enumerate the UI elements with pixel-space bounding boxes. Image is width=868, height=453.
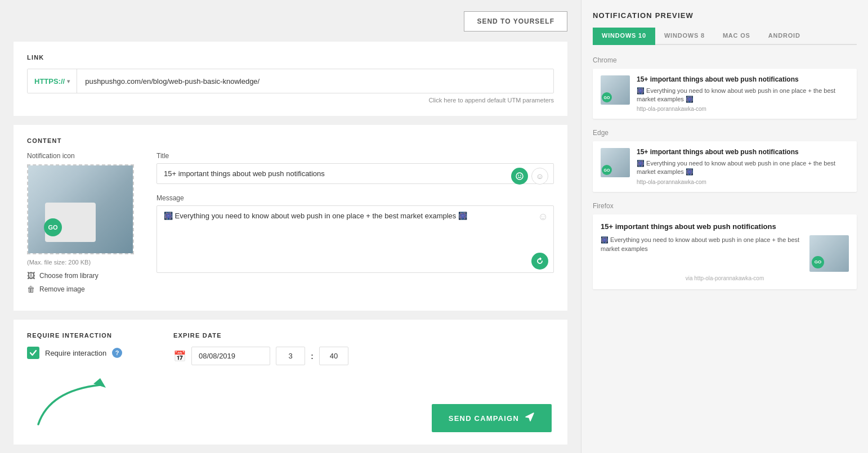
title-field-group: Title (156, 152, 554, 184)
chevron-down-icon: ▾ (67, 78, 70, 84)
message-refresh-btn[interactable] (531, 253, 548, 270)
edge-notif-img: GO (601, 148, 630, 177)
message-textarea[interactable]: 🎆 Everything you need to know about web … (156, 205, 554, 273)
message-field-group: Message 🎆 Everything you need to know ab… (156, 194, 554, 275)
fields-column: Title (156, 152, 554, 298)
protocol-label: HTTPS:// (34, 77, 65, 86)
content-section: CONTENT Notification icon GO (Max. file … (14, 125, 567, 311)
message-label: Message (156, 194, 554, 202)
svg-point-1 (518, 175, 519, 176)
edge-notification-card: GO 15+ important things about web push n… (593, 141, 857, 191)
checkbox-row: Require interaction ? (27, 347, 151, 359)
utm-hint[interactable]: Click here to append default UTM paramet… (27, 97, 554, 104)
send-campaign-area: SEND CAMPAIGN (432, 404, 554, 432)
os-tabs: WINDOWS 10 WINDOWS 8 MAC OS ANDROID (593, 28, 857, 45)
time-colon: : (311, 351, 314, 361)
message-emoji-icon[interactable]: ☺ (538, 211, 548, 222)
edge-section: Edge GO 15+ important things about web p… (593, 129, 857, 191)
require-interaction-checkbox[interactable] (27, 347, 39, 359)
chrome-notification-card: GO 15+ important things about web push n… (593, 69, 857, 119)
preview-panel-title: NOTIFICATION PREVIEW (593, 11, 857, 20)
firefox-notif-title: 15+ important things about web push noti… (601, 222, 849, 231)
icon-upload-area[interactable]: GO (27, 164, 134, 254)
firefox-label: Firefox (593, 202, 857, 210)
firefox-go-badge: GO (812, 256, 824, 268)
title-icon-buttons: ☺ (511, 168, 548, 185)
chrome-notif-img: GO (601, 75, 630, 105)
chrome-label: Chrome (593, 56, 857, 64)
image-icon: 🖼 (27, 271, 35, 280)
preview-panel: NOTIFICATION PREVIEW WINDOWS 10 WINDOWS … (581, 0, 868, 453)
send-icon (525, 412, 535, 424)
expire-date-row: 📅 : (173, 347, 409, 365)
arrow-illustration (27, 368, 128, 430)
send-campaign-label: SEND CAMPAIGN (449, 414, 519, 423)
bottom-section: REQUIRE INTERACTION Require interaction … (14, 320, 567, 445)
send-campaign-button[interactable]: SEND CAMPAIGN (432, 404, 552, 432)
title-input[interactable] (156, 163, 554, 184)
content-section-label: CONTENT (27, 137, 554, 144)
svg-point-2 (520, 175, 521, 176)
minute-input[interactable] (319, 347, 348, 365)
link-row: HTTPS:// ▾ (27, 69, 554, 93)
edge-notif-body: 🎆 Everything you need to know about web … (637, 159, 849, 177)
chrome-go-badge: GO (602, 92, 612, 102)
title-emoji-btn[interactable]: ☺ (531, 168, 548, 185)
edge-notif-url: http-ola-porannakawka-com (637, 179, 849, 185)
link-section: LINK HTTPS:// ▾ Click here to append def… (14, 42, 567, 116)
tab-windows8[interactable]: WINDOWS 8 (655, 28, 714, 45)
expire-date-label: EXPIRE DATE (173, 332, 409, 339)
go-badge: GO (44, 218, 62, 236)
require-interaction-col: REQUIRE INTERACTION Require interaction … (27, 332, 151, 432)
firefox-section: Firefox 15+ important things about web p… (593, 202, 857, 289)
tab-android[interactable]: ANDROID (759, 28, 809, 45)
message-input-wrap: 🎆 Everything you need to know about web … (156, 205, 554, 275)
title-input-wrap: ☺ (156, 163, 554, 184)
remove-image-label: Remove image (39, 285, 85, 293)
edge-notif-content: 15+ important things about web push noti… (637, 148, 849, 185)
firefox-notif-img: GO (809, 235, 849, 272)
remove-image-button[interactable]: 🗑 Remove image (27, 285, 140, 294)
chrome-notif-body: 🎆 Everything you need to know about web … (637, 87, 849, 104)
protocol-select[interactable]: HTTPS:// ▾ (28, 69, 77, 93)
choose-library-label: Choose from library (39, 272, 99, 280)
firefox-notif-body: 🎆 Everything you need to know about web … (601, 235, 803, 272)
send-to-yourself-button[interactable]: SEND TO YOURSELF (464, 11, 567, 32)
edge-notif-thumb: GO (601, 148, 630, 177)
firefox-notif-url: via http-ola-porannakawka-com (601, 275, 849, 281)
link-section-label: LINK (27, 54, 554, 61)
title-label: Title (156, 152, 554, 160)
date-input[interactable] (191, 347, 270, 365)
url-input[interactable] (77, 71, 553, 91)
message-emoji-btn-area: ☺ (538, 211, 548, 223)
firefox-notif-body-row: 🎆 Everything you need to know about web … (601, 235, 849, 272)
firefox-notification-card: 15+ important things about web push noti… (593, 214, 857, 289)
hour-input[interactable] (276, 347, 305, 365)
edge-notif-title: 15+ important things about web push noti… (637, 148, 849, 157)
chrome-section: Chrome GO 15+ important things about web… (593, 56, 857, 119)
edge-label: Edge (593, 129, 857, 137)
require-interaction-help-icon[interactable]: ? (112, 348, 122, 358)
edge-go-badge: GO (602, 165, 612, 175)
content-grid: Notification icon GO (Max. file size: 20… (27, 152, 554, 298)
tab-macos[interactable]: MAC OS (714, 28, 759, 45)
calendar-icon[interactable]: 📅 (173, 350, 186, 362)
icon-column: Notification icon GO (Max. file size: 20… (27, 152, 140, 298)
choose-from-library-button[interactable]: 🖼 Choose from library (27, 271, 140, 280)
chrome-notif-content: 15+ important things about web push noti… (637, 75, 849, 112)
file-size-hint: (Max. file size: 200 KB) (27, 259, 140, 266)
title-emoji-active-btn[interactable] (511, 168, 528, 185)
require-interaction-label: REQUIRE INTERACTION (27, 332, 151, 339)
trash-icon: 🗑 (27, 285, 35, 294)
require-interaction-checkbox-label: Require interaction (45, 349, 106, 357)
tab-windows10[interactable]: WINDOWS 10 (593, 28, 655, 45)
firefox-notif-thumb: GO (809, 235, 849, 272)
top-bar: SEND TO YOURSELF (14, 11, 567, 32)
expire-date-col: EXPIRE DATE 📅 : (173, 332, 409, 365)
chrome-notif-url: http-ola-porannakawka-com (637, 106, 849, 112)
icon-col-label: Notification icon (27, 152, 140, 160)
message-refresh-icon[interactable] (531, 253, 548, 270)
notification-icon-preview: GO (28, 165, 133, 253)
chrome-notif-thumb: GO (601, 75, 630, 105)
chrome-notif-title: 15+ important things about web push noti… (637, 75, 849, 84)
